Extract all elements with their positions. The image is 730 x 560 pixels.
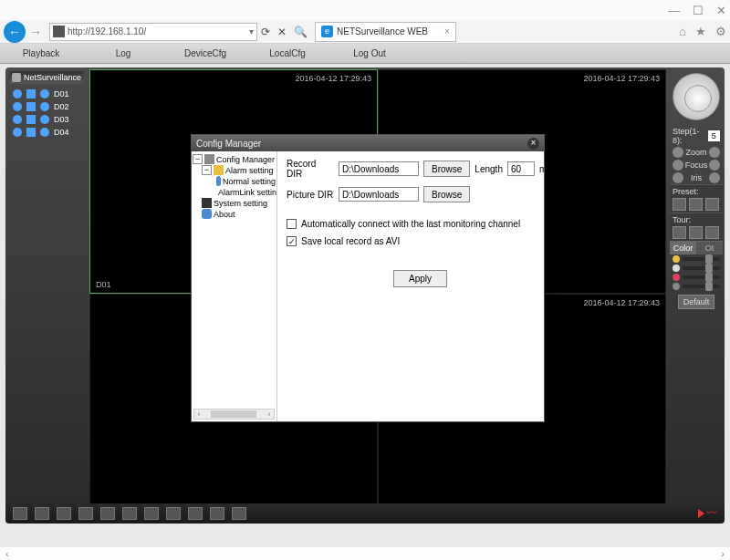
ptz-panel: Step(1-8):5 Zoom Focus Iris Preset: Tour… [668, 67, 725, 520]
home-icon[interactable]: ⌂ [679, 25, 686, 38]
address-bar[interactable]: http://192.168.1.10/ ▾ [49, 23, 257, 41]
channel-list: NetSurveillance D01 D02 D03 D04 [5, 67, 88, 520]
record-icon[interactable] [13, 89, 22, 99]
url-dropdown-icon[interactable]: ▾ [249, 26, 254, 36]
tree-normal[interactable]: Normal setting [193, 176, 276, 187]
length-input[interactable] [507, 161, 535, 176]
tree-alarmlink[interactable]: AlarmLink settin [193, 187, 276, 198]
save-avi-checkbox[interactable]: ✓ [287, 236, 297, 246]
device-icon [12, 73, 21, 82]
os-scrollbar[interactable]: ‹› [0, 547, 730, 560]
tour-btn[interactable] [689, 226, 703, 239]
tab-color[interactable]: Color [670, 242, 696, 254]
stream-icon[interactable] [26, 102, 36, 111]
auto-connect-checkbox[interactable] [287, 219, 297, 229]
layout-4-icon[interactable] [35, 507, 49, 520]
about-icon [202, 209, 212, 219]
menu-localcfg[interactable]: LocalCfg [246, 48, 328, 58]
record-all-icon[interactable] [232, 507, 246, 520]
layout-36-icon[interactable] [122, 507, 137, 520]
tree-alarm[interactable]: −Alarm setting [193, 165, 276, 176]
play-icon[interactable] [40, 102, 49, 111]
tree-system[interactable]: System setting [193, 198, 276, 209]
menu-logout[interactable]: Log Out [328, 48, 411, 58]
alarm-icon [214, 165, 224, 175]
snapshot-icon[interactable] [210, 507, 224, 520]
disconnect-all-icon[interactable] [188, 507, 203, 520]
channel-d03[interactable]: D03 [5, 113, 88, 126]
speaker-icon[interactable]: 〰 [698, 507, 717, 520]
layout-16-icon[interactable] [78, 507, 93, 520]
tour-btn[interactable] [705, 226, 719, 239]
tree-scrollbar[interactable]: ‹› [193, 409, 275, 420]
apply-button[interactable]: Apply [393, 270, 447, 287]
play-icon[interactable] [40, 128, 49, 137]
scroll-right-icon[interactable]: › [721, 548, 725, 559]
browse-record-button[interactable]: Browse [423, 161, 470, 177]
default-button[interactable]: Default [678, 295, 715, 309]
tree-root[interactable]: −Config Manager [193, 154, 276, 165]
step-value[interactable]: 5 [708, 130, 720, 141]
record-dir-label: Record DIR [287, 159, 334, 179]
minimize-icon[interactable]: — [668, 4, 680, 17]
channel-d02[interactable]: D02 [5, 100, 88, 113]
channel-d01[interactable]: D01 [5, 88, 88, 100]
favorites-icon[interactable]: ★ [695, 25, 706, 38]
menu-playback[interactable]: Playback [0, 48, 82, 58]
preset-btn[interactable] [673, 198, 686, 211]
saturation-slider[interactable] [670, 273, 723, 282]
plus-icon[interactable] [709, 172, 720, 183]
minus-icon[interactable] [673, 147, 683, 158]
tab-other[interactable]: Ot [696, 242, 723, 254]
layout-9-icon[interactable] [57, 507, 71, 520]
channel-list-header[interactable]: NetSurveillance [9, 71, 84, 84]
record-icon[interactable] [13, 102, 22, 111]
fullscreen-icon[interactable] [144, 507, 159, 520]
ptz-wheel[interactable] [673, 73, 720, 120]
refresh-icon[interactable]: ⟳ [261, 26, 270, 38]
video-timestamp: 2016-04-12 17:29:43 [295, 74, 371, 83]
connect-all-icon[interactable] [166, 507, 181, 520]
record-icon[interactable] [13, 115, 22, 124]
close-icon[interactable]: ✕ [716, 4, 726, 17]
contrast-slider[interactable] [670, 264, 723, 273]
tour-btn[interactable] [673, 226, 686, 239]
menu-log[interactable]: Log [82, 48, 164, 58]
play-icon[interactable] [40, 89, 49, 99]
dialog-titlebar[interactable]: Config Manager × [192, 135, 544, 151]
tools-icon[interactable]: ⚙ [715, 25, 726, 38]
maximize-icon[interactable]: ☐ [693, 4, 704, 17]
stream-icon[interactable] [26, 89, 36, 99]
record-dir-input[interactable] [339, 161, 419, 176]
menu-devicecfg[interactable]: DeviceCfg [164, 48, 246, 58]
length-label: Length [474, 164, 503, 174]
search-icon[interactable]: 🔍 [294, 26, 308, 38]
minus-icon[interactable] [673, 160, 683, 171]
hue-slider[interactable] [670, 282, 723, 291]
forward-button[interactable]: → [26, 22, 46, 42]
back-button[interactable]: ← [4, 21, 26, 43]
browse-picture-button[interactable]: Browse [423, 186, 470, 202]
layout-1-icon[interactable] [13, 507, 27, 520]
collapse-icon[interactable]: − [202, 165, 212, 175]
layout-25-icon[interactable] [100, 507, 115, 520]
picture-dir-input[interactable] [339, 187, 419, 202]
dialog-close-icon[interactable]: × [527, 138, 539, 150]
brightness-slider[interactable] [670, 254, 723, 264]
tab-close-icon[interactable]: × [444, 26, 450, 36]
collapse-icon[interactable]: − [193, 154, 203, 164]
plus-icon[interactable] [709, 147, 720, 158]
record-icon[interactable] [13, 128, 22, 137]
plus-icon[interactable] [709, 160, 720, 171]
preset-btn[interactable] [705, 198, 719, 211]
channel-d04[interactable]: D04 [5, 126, 88, 139]
tree-about[interactable]: About [193, 209, 276, 220]
preset-btn[interactable] [689, 198, 703, 211]
minus-icon[interactable] [673, 172, 683, 183]
stream-icon[interactable] [26, 128, 36, 137]
stream-icon[interactable] [26, 115, 36, 124]
browser-tab[interactable]: e NETSurveillance WEB × [315, 22, 456, 42]
stop-icon[interactable]: ✕ [277, 26, 287, 38]
scroll-left-icon[interactable]: ‹ [5, 548, 9, 559]
play-icon[interactable] [40, 115, 49, 124]
